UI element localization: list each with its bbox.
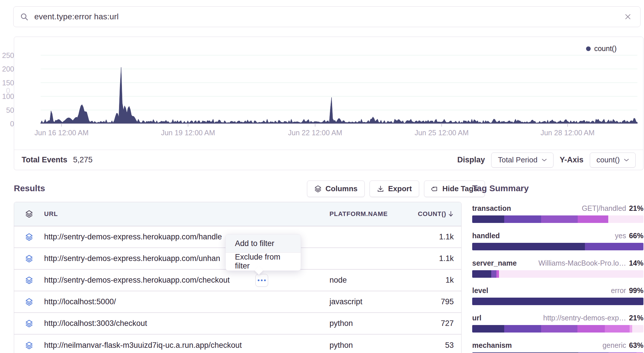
yaxis-label: Y-Axis [560, 155, 584, 164]
cell-url: http://localhost:5000/ [44, 297, 329, 306]
tag-bar-segment [504, 325, 541, 333]
tag-row: handled yes 66% [472, 232, 643, 250]
tag-bar-segment [472, 270, 491, 278]
yaxis-dropdown[interactable]: count() [590, 153, 636, 168]
tag-distribution-bar[interactable] [472, 298, 643, 305]
x-tick-label: Jun 22 12:00 AM [272, 129, 358, 137]
tag-distribution-bar[interactable] [472, 325, 643, 333]
tag-top-percentage: 99% [629, 286, 643, 295]
cell-count: 1.1k [409, 232, 461, 241]
tag-bar-segment [630, 325, 632, 333]
tag-bar-segment [496, 270, 499, 278]
results-table: URL PLATFORM.NAME COUNT() http://sentry-… [14, 202, 462, 353]
column-header-count[interactable]: COUNT() [409, 210, 461, 218]
tag-top-value: Williams-MacBook-Pro.lo… [538, 259, 626, 267]
tag-summary: Tag Summary transaction GET|/handled 21%… [472, 183, 643, 353]
layers-icon [25, 298, 33, 306]
tag-name[interactable]: url [472, 314, 481, 322]
tag-top-value: http://sentry-demos-exp… [543, 314, 626, 322]
tag-bar-segment [578, 215, 608, 223]
tag-bar-segment [585, 243, 643, 250]
search-bar[interactable]: event.type:error has:url [13, 6, 641, 27]
table-row[interactable]: http://localhost:5000/ javascript 795 [14, 291, 461, 313]
cell-count: 1.1k [409, 254, 461, 263]
cell-url: http://sentry-demos-express.herokuapp.co… [44, 276, 329, 285]
tag-distribution-bar[interactable] [472, 215, 643, 223]
layers-icon [314, 185, 322, 193]
cell-platform: python [329, 341, 409, 350]
columns-button[interactable]: Columns [307, 181, 365, 197]
x-tick-label: Jun 19 12:00 AM [145, 129, 231, 137]
cell-count: 1k [409, 276, 461, 285]
tag-top-value: GET|/handled [582, 204, 626, 213]
y-tick-label: 200 [0, 65, 14, 73]
tag-bar-segment [472, 215, 504, 223]
chart-footer: Total Events 5,275 Display Total Period … [14, 150, 643, 170]
x-tick-label: Jun 16 12:00 AM [18, 129, 105, 137]
tag-bar-segment [472, 325, 504, 333]
cell-actions-button[interactable] [255, 274, 268, 287]
tag-name[interactable]: server_name [472, 259, 517, 267]
menu-item-exclude-from-filter[interactable]: Exclude from filter [226, 253, 301, 271]
tag-row: url http://sentry-demos-exp… 21% [472, 314, 643, 333]
display-label: Display [457, 155, 485, 164]
tag-top-percentage: 66% [629, 232, 643, 240]
tag-bar-segment [541, 215, 578, 223]
table-row[interactable]: http://neilmanvar-flask-m3uuizd7iq-uc.a.… [14, 335, 461, 353]
cell-url: http://neilmanvar-flask-m3uuizd7iq-uc.a.… [44, 341, 329, 350]
tag-bar-segment [499, 270, 643, 278]
cell-count: 795 [409, 297, 461, 306]
table-header: URL PLATFORM.NAME COUNT() [14, 202, 461, 226]
export-button[interactable]: Export [370, 181, 419, 197]
tag-summary-title: Tag Summary [472, 183, 643, 193]
total-events-value: 5,275 [73, 155, 93, 164]
yaxis-dropdown-value: count() [596, 155, 620, 164]
tag-bar-segment [541, 325, 577, 333]
table-row[interactable]: http://localhost:3003/checkout python 72… [14, 313, 461, 335]
y-tick-label: 0 [0, 120, 14, 128]
table-row[interactable]: http://sentry-demos-express.herokuapp.co… [14, 270, 461, 291]
sort-desc-icon [448, 211, 454, 217]
tag-list: transaction GET|/handled 21% handled yes… [472, 204, 643, 353]
clear-search-icon[interactable] [624, 13, 632, 20]
column-header-url[interactable]: URL [44, 210, 329, 218]
search-input[interactable]: event.type:error has:url [34, 12, 624, 21]
tag-distribution-bar[interactable] [472, 243, 643, 250]
layers-icon [25, 320, 33, 328]
layers-icon [25, 255, 33, 263]
tag-name[interactable]: transaction [472, 204, 511, 213]
y-tick-label: 50 [0, 106, 14, 114]
tag-name[interactable]: mechanism [472, 341, 512, 350]
search-icon [20, 12, 29, 21]
tag-distribution-bar[interactable] [472, 270, 643, 278]
tag-top-value: yes [615, 232, 626, 240]
tag-bar-segment [605, 325, 630, 333]
tag-icon [431, 185, 439, 193]
cell-url: http://localhost:3003/checkout [44, 319, 329, 328]
column-header-platform[interactable]: PLATFORM.NAME [329, 210, 409, 218]
y-tick-label: 100 [0, 92, 14, 101]
tag-top-percentage: 63% [629, 341, 643, 350]
menu-item-add-to-filter[interactable]: Add to filter [226, 234, 301, 252]
tag-bar-segment [472, 298, 643, 305]
cell-platform: node [329, 276, 409, 285]
tag-row: level error 99% [472, 286, 643, 305]
layers-icon [25, 341, 33, 350]
tag-name[interactable]: handled [472, 232, 500, 240]
tag-bar-segment [577, 325, 605, 333]
tag-top-percentage: 21% [629, 204, 643, 213]
tag-name[interactable]: level [472, 286, 488, 295]
tag-row: mechanism generic 63% [472, 341, 643, 353]
cell-platform: javascript [329, 297, 409, 306]
tag-top-percentage: 14% [629, 259, 643, 267]
events-chart-panel: count() 050100150200250 Jun 16 12:00 AMJ… [14, 37, 643, 170]
cell-platform: python [329, 319, 409, 328]
display-dropdown-value: Total Period [498, 155, 537, 164]
cell-count: 727 [409, 319, 461, 328]
results-title: Results [14, 183, 45, 193]
tag-row: server_name Williams-MacBook-Pro.lo… 14% [472, 259, 643, 278]
download-icon [377, 185, 384, 193]
layers-icon [25, 276, 33, 284]
tag-top-percentage: 21% [629, 314, 643, 322]
display-dropdown[interactable]: Total Period [491, 153, 553, 168]
